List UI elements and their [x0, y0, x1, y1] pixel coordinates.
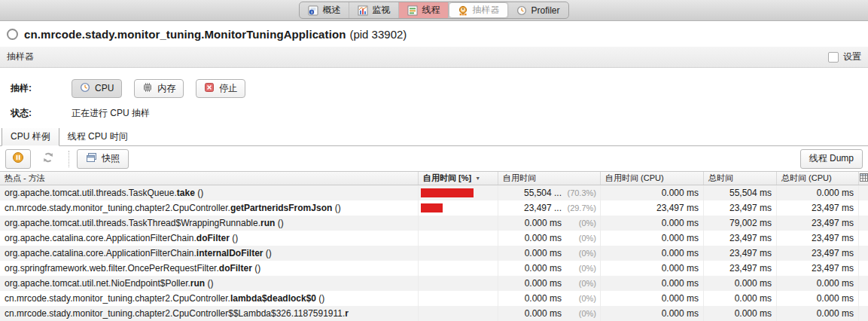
- self-time-cell: 23,497 ...(29.7%): [498, 200, 601, 216]
- hotspots-table: 热点 - 方法 自用时间 [%] ▼ 自用时间 自用时间 (CPU) 总时间 总…: [0, 172, 868, 321]
- settings-checkbox[interactable]: [828, 52, 839, 63]
- memory-chip-icon: [142, 82, 153, 95]
- row-corner-cell: [859, 231, 868, 246]
- tab-cpu-samples[interactable]: CPU 样例: [2, 127, 59, 146]
- method-prefix: org.springframework.web.filter.OncePerRe…: [5, 263, 219, 274]
- tab-overview[interactable]: i 概述: [300, 2, 349, 18]
- method-name: getPartneridsFromJson: [230, 203, 332, 213]
- memory-sample-button[interactable]: 内存: [134, 79, 184, 98]
- stop-button[interactable]: 停止: [196, 79, 245, 98]
- col-header-self-time[interactable]: 自用时间: [498, 172, 601, 185]
- tab-sampler[interactable]: 抽样器: [449, 2, 508, 18]
- total-time-cpu-cell: 0.000 ms: [777, 185, 859, 200]
- method-suffix: (): [275, 218, 283, 228]
- col-header-self-time-cpu[interactable]: 自用时间 (CPU): [601, 172, 704, 185]
- table-row[interactable]: org.apache.catalina.core.ApplicationFilt…: [0, 231, 868, 246]
- threads-icon: [407, 5, 418, 16]
- col-header-method[interactable]: 热点 - 方法: [0, 172, 419, 185]
- table-row[interactable]: org.apache.tomcat.util.net.NioEndpoint$P…: [0, 276, 868, 291]
- tab-thread-cpu-time[interactable]: 线程 CPU 时间: [59, 128, 136, 145]
- table-row[interactable]: org.springframework.web.filter.OncePerRe…: [0, 261, 868, 276]
- method-cell: org.apache.catalina.core.ApplicationFilt…: [0, 246, 419, 261]
- snapshot-button[interactable]: 快照: [77, 149, 129, 169]
- sampler-icon: [458, 5, 468, 16]
- total-time-cpu-cell: 23,497 ms: [777, 246, 859, 261]
- total-time-cpu-cell: 23,497 ms: [777, 261, 859, 276]
- cpu-button-label: CPU: [95, 83, 114, 93]
- table-row[interactable]: org.apache.catalina.core.ApplicationFilt…: [0, 246, 868, 261]
- tab-threads-label: 线程: [422, 4, 440, 17]
- table-row[interactable]: org.apache.tomcat.util.threads.TaskQueue…: [0, 185, 868, 200]
- tab-overview-label: 概述: [322, 4, 340, 17]
- overview-icon: i: [308, 5, 318, 16]
- sampling-controls: 抽样: CPU 内存 停止 状态: 正在进行 CP: [0, 68, 868, 128]
- profiler-icon: [516, 5, 527, 16]
- sample-label: 抽样:: [11, 82, 72, 95]
- stop-x-icon: [204, 82, 215, 95]
- method-prefix: cn.mrcode.stady.monitor_tuning.chapter2.…: [5, 308, 345, 319]
- total-time-cell: 0.000 ms: [704, 276, 777, 291]
- section-title: 抽样器: [7, 50, 34, 63]
- method-name: internalDoFilter: [196, 248, 263, 258]
- method-cell: cn.mrcode.stady.monitor_tuning.chapter2.…: [0, 291, 419, 306]
- tab-threads[interactable]: 线程: [399, 2, 449, 18]
- view-segmented-control: i 概述 监视 线程 抽样器: [299, 2, 568, 19]
- thread-dump-button[interactable]: 线程 Dump: [800, 149, 863, 169]
- total-time-cpu-cell: 23,497 ms: [777, 231, 859, 246]
- tab-monitor[interactable]: 监视: [349, 2, 399, 18]
- self-time-cell: 0.000 ms(0%): [498, 261, 601, 276]
- method-suffix: (): [252, 263, 260, 274]
- col-header-total-time-cpu[interactable]: 总时间 (CPU): [777, 172, 859, 185]
- self-time-value: 0.000 ms: [525, 276, 562, 291]
- row-corner-cell: [859, 306, 868, 321]
- row-corner-cell: [859, 185, 868, 200]
- method-cell: org.apache.tomcat.util.net.NioEndpoint$P…: [0, 276, 419, 291]
- top-tab-bar: i 概述 监视 线程 抽样器: [0, 0, 868, 21]
- col-header-self-percent[interactable]: 自用时间 [%] ▼: [419, 172, 498, 185]
- self-time-cell: 0.000 ms(0%): [498, 216, 601, 231]
- method-prefix: cn.mrcode.stady.monitor_tuning.chapter2.…: [5, 293, 230, 304]
- total-time-cpu-cell: 0.000 ms: [777, 276, 859, 291]
- self-time-percent-cell: [419, 291, 498, 306]
- total-time-cell: 79,002 ms: [704, 216, 777, 231]
- total-time-cell: 23,497 ms: [704, 200, 777, 216]
- total-time-cpu-cell: 23,497 ms: [777, 216, 859, 231]
- self-time-percent-value: (0%): [562, 216, 596, 231]
- self-time-cpu-cell: 0.000 ms: [601, 276, 704, 291]
- sort-desc-icon: ▼: [475, 176, 480, 181]
- self-time-cpu-cell: 0.000 ms: [601, 246, 704, 261]
- table-row[interactable]: cn.mrcode.stady.monitor_tuning.chapter2.…: [0, 306, 868, 321]
- self-time-percent-value: (0%): [562, 261, 596, 276]
- self-time-cell: 0.000 ms(0%): [498, 246, 601, 261]
- self-time-value: 0.000 ms: [525, 306, 562, 321]
- self-time-value: 0.000 ms: [525, 291, 562, 306]
- snapshot-button-label: 快照: [102, 152, 120, 165]
- toolbar-separator: [69, 151, 70, 167]
- table-row[interactable]: org.apache.tomcat.util.threads.TaskThrea…: [0, 216, 868, 231]
- cpu-sample-button[interactable]: CPU: [72, 79, 122, 98]
- method-cell: cn.mrcode.stady.monitor_tuning.chapter2.…: [0, 200, 419, 216]
- self-time-percent-cell: [419, 216, 498, 231]
- method-name: run: [260, 218, 275, 228]
- table-row[interactable]: cn.mrcode.stady.monitor_tuning.chapter2.…: [0, 291, 868, 306]
- self-time-percent-cell: [419, 306, 498, 321]
- column-selector-button[interactable]: [859, 172, 868, 185]
- self-time-percent-cell: [419, 200, 498, 216]
- total-time-cell: 0.000 ms: [704, 306, 777, 321]
- refresh-button[interactable]: [35, 149, 61, 169]
- self-time-value: 0.000 ms: [525, 216, 562, 231]
- tab-monitor-label: 监视: [372, 4, 390, 17]
- total-time-cell: 23,497 ms: [704, 261, 777, 276]
- status-label: 状态:: [11, 107, 72, 120]
- col-header-total-time[interactable]: 总时间: [704, 172, 777, 185]
- self-time-cell: 0.000 ms(0%): [498, 291, 601, 306]
- table-row[interactable]: cn.mrcode.stady.monitor_tuning.chapter2.…: [0, 200, 868, 216]
- memory-button-label: 内存: [157, 82, 175, 95]
- tab-profiler[interactable]: Profiler: [508, 2, 568, 18]
- settings-label[interactable]: 设置: [843, 50, 861, 63]
- self-time-percent-value: (0%): [562, 306, 596, 321]
- self-time-cpu-cell: 0.000 ms: [601, 261, 704, 276]
- pause-button[interactable]: [5, 149, 31, 169]
- pause-icon: [12, 151, 24, 166]
- sampler-section-bar: 抽样器 设置: [0, 47, 868, 68]
